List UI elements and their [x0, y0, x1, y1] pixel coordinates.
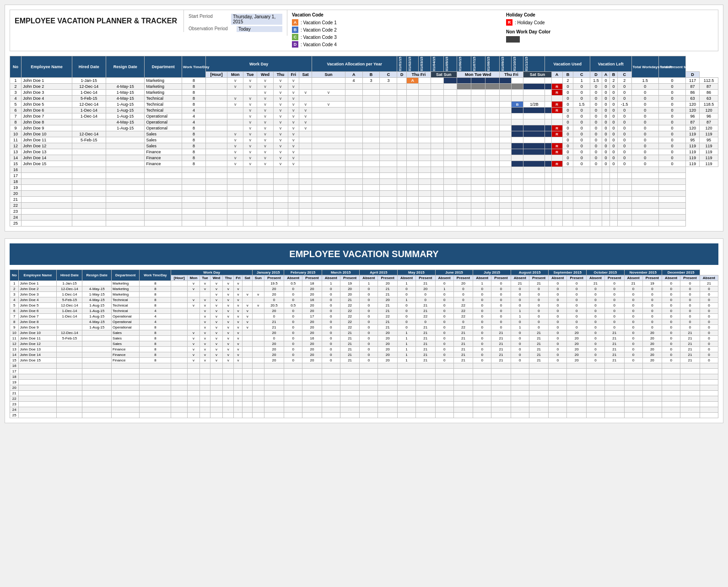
- sum-empty-cell: [171, 413, 188, 418]
- sum-empty-cell: [511, 374, 529, 380]
- sum-month-6-present: 21: [491, 358, 511, 363]
- row-alloc-b: [362, 137, 380, 143]
- empty-cell: [545, 209, 551, 215]
- empty-cell: [106, 203, 145, 209]
- row-alloc-d: [397, 155, 407, 161]
- sum-row-sat: v: [243, 314, 253, 319]
- sum-month-11-present: 0: [680, 308, 700, 314]
- col-dept: Department: [145, 56, 182, 78]
- sum-empty-cell: [322, 413, 340, 418]
- row-no: 1: [10, 78, 22, 84]
- empty-cell: [345, 215, 362, 221]
- row-alloc-b: [362, 119, 380, 125]
- sum-empty-cell: [398, 380, 416, 385]
- sum-month-6-absent: 0: [511, 303, 529, 308]
- row-resign: 1-Aug-15: [106, 108, 145, 113]
- vac-left-c-val: 0: [631, 84, 658, 90]
- row-alloc-b: [362, 161, 380, 167]
- sum-month-0-present: 20.5: [264, 303, 284, 308]
- empty-cell: [145, 215, 182, 221]
- day-cell-5: [471, 131, 485, 137]
- sum-empty-cell: [415, 363, 435, 369]
- row-alloc-c: [380, 143, 397, 149]
- empty-cell: [618, 179, 631, 185]
- sum-empty-cell: [529, 407, 549, 413]
- sum-empty-cell: [511, 380, 529, 385]
- vac-used-d-val: 0: [602, 131, 610, 137]
- empty-cell: [457, 215, 471, 221]
- sum-month-5-absent: 0: [473, 292, 491, 297]
- sum-feb: February 2015: [284, 270, 322, 275]
- empty-cell: [444, 197, 457, 203]
- vac-used-b-val: 0: [573, 90, 590, 96]
- sum-empty-cell: [360, 396, 378, 402]
- sum-month-3-present: 20: [378, 358, 398, 363]
- sum-empty-cell: [243, 396, 253, 402]
- empty-cell: [631, 191, 658, 197]
- sum-empty-cell: [234, 396, 243, 402]
- empty-cell: [523, 179, 545, 185]
- vac-left-b-val: 0: [618, 108, 631, 113]
- sum-aug-p: Present: [529, 275, 549, 281]
- sum-row-mon: [188, 292, 200, 297]
- empty-cell: [499, 185, 511, 191]
- row-tue: v: [243, 84, 257, 90]
- row-name: John Doe 13: [22, 149, 72, 155]
- sum-row-name: John Doe 10: [19, 330, 57, 336]
- row-dept: Operational: [145, 119, 182, 125]
- empty-cell: [419, 179, 431, 185]
- sum-row-mon: v: [188, 347, 200, 352]
- empty-cell: [631, 179, 658, 185]
- sum-empty-cell: [511, 402, 529, 407]
- row-alloc-b: [362, 113, 380, 119]
- row-dept: Sales: [145, 137, 182, 143]
- day-cell-10: [545, 137, 551, 143]
- sum-month-4-absent: 0: [435, 319, 453, 325]
- day-cell-5: [471, 113, 485, 119]
- sum-empty-cell: [587, 363, 605, 369]
- empty-cell: [471, 185, 485, 191]
- vac-left-c-val: 0: [631, 149, 658, 155]
- sum-month-3-absent: 1: [398, 297, 416, 303]
- sum-empty-cell: [112, 396, 140, 402]
- empty-cell: [145, 197, 182, 203]
- sum-empty-cell: [624, 385, 642, 391]
- row-resign: [106, 143, 145, 149]
- vac-used-a-val: 0: [562, 143, 573, 149]
- empty-cell: [444, 209, 457, 215]
- sum-empty-cell: [302, 380, 322, 385]
- empty-cell: [288, 173, 299, 179]
- sum-month-4-present: 0: [415, 292, 435, 297]
- empty-cell: [380, 185, 397, 191]
- sum-empty-cell: [567, 391, 587, 396]
- sum-empty-cell: [112, 413, 140, 418]
- sum-empty-cell: [57, 413, 82, 418]
- row-thu: v: [273, 143, 288, 149]
- sat-sun-header: Sat Sun: [431, 72, 457, 78]
- day-cell-7: [499, 137, 511, 143]
- day-cell-7: [499, 155, 511, 161]
- sum-month-2-present: 22: [340, 319, 360, 325]
- sum-row-wed: v: [210, 281, 223, 286]
- total-present-val: 63: [699, 96, 718, 102]
- row-dept: Operational: [145, 113, 182, 119]
- empty-cell: [312, 185, 345, 191]
- sum-empty-no: 17: [10, 369, 19, 374]
- vac-left-d-val: 0: [658, 90, 685, 96]
- sum-empty-cell: [473, 402, 491, 407]
- sum-empty-cell: [491, 369, 511, 374]
- row-mon: [227, 113, 243, 119]
- empty-cell: [273, 191, 288, 197]
- sum-row-sun: v: [253, 303, 264, 308]
- day-cell-4: [457, 84, 471, 90]
- sum-tue: Tue: [200, 275, 210, 281]
- row-dept: Finance: [145, 149, 182, 155]
- sum-month-1-present: 17: [302, 314, 322, 319]
- sum-empty-cell: [57, 363, 82, 369]
- sum-may: May 2015: [398, 270, 436, 275]
- sum-empty-cell: [415, 374, 435, 380]
- row-resign: [106, 137, 145, 143]
- sum-empty-cell: [680, 396, 700, 402]
- sum-row-no: 6: [10, 308, 19, 314]
- row-fri: v: [288, 137, 299, 143]
